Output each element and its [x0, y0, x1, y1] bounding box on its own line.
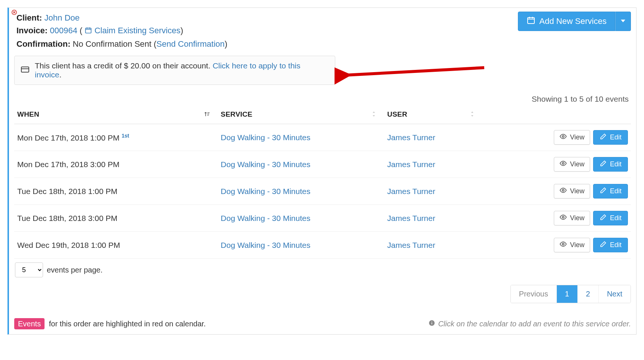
events-badge: Events — [14, 318, 45, 329]
pagination: Previous 1 2 Next — [510, 285, 631, 303]
table-row: Tue Dec 18th, 2018 1:00 PMDog Walking - … — [14, 178, 631, 205]
client-name-link[interactable]: John Doe — [45, 13, 80, 22]
eye-icon — [559, 133, 567, 142]
service-link[interactable]: Dog Walking - 30 Minutes — [221, 160, 311, 169]
user-link[interactable]: James Turner — [387, 160, 435, 169]
confirmation-status: No Confirmation Sent — [73, 39, 151, 49]
per-page-suffix: events per page. — [47, 266, 103, 274]
edit-button[interactable]: Edit — [593, 157, 628, 172]
footer-text: for this order are highlighted in red on… — [49, 320, 206, 328]
pencil-icon — [599, 213, 607, 223]
user-link[interactable]: James Turner — [387, 241, 435, 249]
view-button[interactable]: View — [554, 184, 590, 199]
pencil-icon — [599, 240, 607, 250]
sort-both-icon — [470, 110, 474, 119]
pencil-icon — [599, 133, 607, 142]
edit-button[interactable]: Edit — [593, 238, 628, 252]
send-confirmation-link[interactable]: Send Confirmation — [156, 39, 225, 49]
user-link[interactable]: James Turner — [387, 214, 435, 222]
table-row: Mon Dec 17th, 2018 3:00 PMDog Walking - … — [14, 151, 631, 178]
alert-suffix: on their account. — [150, 61, 213, 70]
previous-button[interactable]: Previous — [511, 285, 557, 303]
page-1[interactable]: 1 — [557, 285, 578, 303]
eye-icon — [559, 187, 567, 196]
service-link[interactable]: Dog Walking - 30 Minutes — [221, 214, 311, 222]
alert-amount: 20.00 — [131, 61, 150, 70]
svg-rect-1 — [86, 28, 91, 33]
svg-point-15 — [562, 216, 564, 218]
when-text: Wed Dec 19th, 2018 1:00 PM — [17, 241, 120, 249]
user-link[interactable]: James Turner — [387, 133, 435, 142]
view-button[interactable]: View — [554, 130, 590, 145]
svg-rect-5 — [528, 18, 534, 24]
add-services-dropdown[interactable] — [615, 12, 631, 31]
per-page-control: 5 events per page. — [14, 262, 103, 277]
edit-button[interactable]: Edit — [593, 211, 628, 225]
confirmation-label: Confirmation: — [16, 39, 70, 49]
calendar-icon — [85, 25, 92, 38]
table-row: Tue Dec 18th, 2018 3:00 PMDog Walking - … — [14, 205, 631, 232]
pencil-icon — [599, 160, 607, 169]
table-row: Mon Dec 17th, 2018 1:00 PM 1stDog Walkin… — [14, 124, 631, 151]
eye-icon — [559, 240, 567, 250]
credit-alert: This client has a credit of $ 20.00 on t… — [14, 56, 335, 85]
alert-prefix: This client has a credit of $ — [35, 61, 131, 70]
footer-row: Events for this order are highlighted in… — [14, 320, 631, 328]
col-user[interactable]: USER — [384, 107, 483, 124]
events-table: WHEN SERVICE USER — [14, 107, 631, 259]
when-text: Tue Dec 18th, 2018 3:00 PM — [17, 214, 117, 222]
when-text: Tue Dec 18th, 2018 1:00 PM — [17, 187, 117, 196]
credit-card-icon — [21, 65, 30, 76]
table-row: Wed Dec 19th, 2018 1:00 PMDog Walking - … — [14, 232, 631, 259]
invoice-number-link[interactable]: 000964 — [50, 26, 77, 35]
edit-button[interactable]: Edit — [593, 184, 628, 199]
calendar-icon — [527, 16, 535, 27]
next-button[interactable]: Next — [599, 285, 631, 303]
svg-point-12 — [562, 136, 564, 138]
add-services-group: Add New Services — [518, 12, 631, 31]
pencil-icon — [599, 187, 607, 196]
service-link[interactable]: Dog Walking - 30 Minutes — [221, 187, 311, 196]
annotation-arrow — [335, 64, 492, 86]
col-service[interactable]: SERVICE — [218, 107, 384, 124]
first-badge: 1st — [122, 133, 129, 139]
eye-icon — [559, 213, 567, 223]
invoice-panel: Client: John Doe Invoice: 000964 ( Claim… — [7, 7, 637, 335]
service-link[interactable]: Dog Walking - 30 Minutes — [221, 133, 311, 142]
svg-point-13 — [562, 163, 564, 164]
info-icon — [428, 320, 435, 328]
svg-line-11 — [346, 68, 484, 75]
svg-point-16 — [562, 243, 564, 245]
client-label: Client: — [16, 13, 42, 22]
svg-rect-19 — [431, 321, 432, 322]
caret-down-icon — [621, 19, 625, 24]
view-button[interactable]: View — [554, 238, 590, 252]
page-2[interactable]: 2 — [578, 285, 599, 303]
sort-asc-icon — [204, 110, 210, 119]
user-link[interactable]: James Turner — [387, 187, 435, 196]
view-button[interactable]: View — [554, 157, 590, 172]
service-link[interactable]: Dog Walking - 30 Minutes — [221, 241, 311, 249]
close-icon[interactable] — [11, 9, 17, 15]
col-when[interactable]: WHEN — [14, 107, 218, 124]
per-page-select[interactable]: 5 — [15, 262, 43, 277]
add-services-button[interactable]: Add New Services — [518, 12, 615, 31]
svg-rect-18 — [431, 323, 432, 324]
calendar-hint: Click on the calendar to add an event to… — [428, 320, 631, 328]
view-button[interactable]: View — [554, 211, 590, 225]
table-summary: Showing 1 to 5 of 10 events — [14, 95, 631, 107]
edit-button[interactable]: Edit — [593, 130, 628, 145]
claim-services-link[interactable]: Claim Existing Services — [94, 26, 180, 35]
sort-both-icon — [372, 110, 376, 119]
when-text: Mon Dec 17th, 2018 3:00 PM — [17, 160, 119, 169]
client-info-block: Client: John Doe Invoice: 000964 ( Claim… — [16, 12, 228, 50]
svg-point-14 — [562, 190, 564, 191]
when-text: Mon Dec 17th, 2018 1:00 PM — [17, 133, 119, 142]
svg-rect-9 — [21, 67, 29, 72]
eye-icon — [559, 160, 567, 169]
invoice-label: Invoice: — [16, 26, 48, 35]
add-services-label: Add New Services — [539, 16, 607, 26]
